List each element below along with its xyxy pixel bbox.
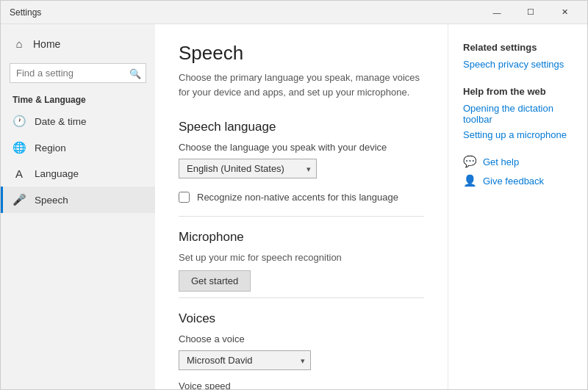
sidebar-item-label-language: Language bbox=[35, 168, 79, 179]
help-title: Help from the web bbox=[463, 86, 573, 97]
language-icon: A bbox=[12, 167, 26, 180]
search-icon: 🔍 bbox=[129, 68, 141, 79]
search-input[interactable] bbox=[10, 63, 146, 83]
titlebar-title: Settings bbox=[10, 7, 41, 18]
sidebar-item-date-time[interactable]: 🕐 Date & time bbox=[1, 108, 155, 134]
native-accent-label: Recognize non-native accents for this la… bbox=[197, 192, 398, 203]
microphone-title: Microphone bbox=[179, 230, 424, 245]
get-help-label: Get help bbox=[483, 156, 519, 167]
microphone-icon: 🎤 bbox=[12, 193, 26, 206]
sidebar-item-label-region: Region bbox=[35, 142, 66, 154]
sidebar-search-area: 🔍 bbox=[10, 63, 146, 83]
globe-icon: 🌐 bbox=[12, 141, 26, 154]
settings-window: Settings — ☐ ✕ ⌂ Home 🔍 Time & Language … bbox=[0, 0, 588, 390]
page-title: Speech bbox=[179, 42, 424, 65]
give-feedback-item[interactable]: 👤 Give feedback bbox=[463, 174, 573, 187]
setup-microphone-link[interactable]: Setting up a microphone bbox=[463, 129, 573, 140]
main-content: Speech Choose the primary language you s… bbox=[155, 24, 448, 389]
sidebar-item-home[interactable]: ⌂ Home bbox=[1, 30, 155, 57]
speech-language-title: Speech language bbox=[179, 120, 424, 134]
titlebar: Settings — ☐ ✕ bbox=[1, 1, 587, 24]
give-feedback-label: Give feedback bbox=[483, 176, 544, 187]
voice-speed-label: Voice speed bbox=[179, 380, 424, 389]
voices-section: Voices Choose a voice Microsoft David Mi… bbox=[179, 311, 424, 389]
sidebar-item-label-date-time: Date & time bbox=[35, 116, 87, 127]
related-settings: Related settings Speech privacy settings bbox=[463, 42, 573, 70]
voice-dropdown-wrapper: Microsoft David Microsoft Zira Microsoft… bbox=[179, 350, 311, 370]
choose-voice-label: Choose a voice bbox=[179, 333, 424, 344]
related-settings-title: Related settings bbox=[463, 42, 573, 53]
get-started-button[interactable]: Get started bbox=[179, 270, 251, 292]
sidebar-item-speech[interactable]: 🎤 Speech bbox=[1, 187, 155, 213]
microphone-section: Microphone Set up your mic for speech re… bbox=[179, 230, 424, 292]
language-dropdown[interactable]: English (United States) English (United … bbox=[179, 159, 317, 178]
voices-title: Voices bbox=[179, 311, 424, 326]
help-icon: 💬 bbox=[463, 155, 477, 168]
speech-privacy-link[interactable]: Speech privacy settings bbox=[463, 59, 573, 70]
clock-icon: 🕐 bbox=[12, 115, 26, 128]
native-accent-row: Recognize non-native accents for this la… bbox=[179, 192, 424, 203]
divider-1 bbox=[179, 216, 424, 217]
titlebar-controls: — ☐ ✕ bbox=[480, 1, 581, 24]
content-area: ⌂ Home 🔍 Time & Language 🕐 Date & time 🌐… bbox=[1, 24, 587, 389]
sidebar-section-title: Time & Language bbox=[1, 89, 155, 108]
page-subtitle: Choose the primary language you speak, m… bbox=[179, 71, 424, 99]
close-button[interactable]: ✕ bbox=[548, 1, 581, 24]
microphone-description: Set up your mic for speech recognition bbox=[179, 252, 424, 263]
sidebar-item-label-speech: Speech bbox=[35, 195, 68, 206]
maximize-button[interactable]: ☐ bbox=[514, 1, 548, 24]
sidebar-home-label: Home bbox=[33, 38, 60, 50]
language-dropdown-wrapper: English (United States) English (United … bbox=[179, 159, 317, 178]
minimize-button[interactable]: — bbox=[480, 1, 514, 24]
dictation-toolbar-link[interactable]: Opening the dictation toolbar bbox=[463, 103, 573, 125]
speech-language-label: Choose the language you speak with your … bbox=[179, 142, 424, 153]
feedback-icon: 👤 bbox=[463, 174, 477, 187]
sidebar: ⌂ Home 🔍 Time & Language 🕐 Date & time 🌐… bbox=[1, 24, 155, 389]
sidebar-item-language[interactable]: A Language bbox=[1, 161, 155, 187]
right-panel: Related settings Speech privacy settings… bbox=[448, 24, 587, 389]
get-help-item[interactable]: 💬 Get help bbox=[463, 155, 573, 168]
voice-dropdown[interactable]: Microsoft David Microsoft Zira Microsoft… bbox=[179, 350, 311, 370]
help-feedback: 💬 Get help 👤 Give feedback bbox=[463, 155, 573, 187]
speech-language-section: Speech language Choose the language you … bbox=[179, 120, 424, 189]
home-icon: ⌂ bbox=[12, 37, 26, 50]
divider-2 bbox=[179, 297, 424, 298]
native-accent-checkbox[interactable] bbox=[179, 192, 190, 203]
sidebar-item-region[interactable]: 🌐 Region bbox=[1, 134, 155, 161]
help-from-web: Help from the web Opening the dictation … bbox=[463, 86, 573, 140]
